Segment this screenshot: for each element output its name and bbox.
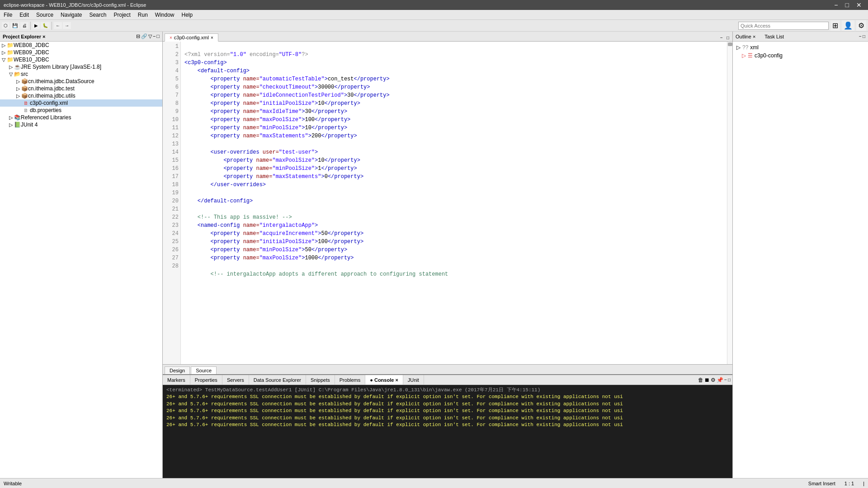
terminate-icon[interactable]: ⏹ — [704, 377, 710, 383]
tree-item-jre[interactable]: ▷ ☕ JRE System Library [JavaSE-1.8] — [0, 63, 162, 70]
project-explorer-icons: ⊟ 🔗 ▽ − □ — [136, 33, 160, 39]
file-icon-dbprops: 🗎 — [24, 108, 28, 113]
maximize-button[interactable]: □ — [843, 1, 852, 9]
main-content: Project Explorer × ⊟ 🔗 ▽ − □ ▷ 📁 WEB08_J… — [0, 32, 868, 478]
menu-bar: File Edit Source Navigate Search Project… — [0, 10, 868, 20]
tree-item-c3p0[interactable]: 🗎 c3p0-config.xml — [0, 99, 162, 107]
console-panel: Markers Properties Servers Data Source E… — [163, 374, 732, 478]
menu-file[interactable]: File — [0, 10, 16, 19]
outline-minimize-icon[interactable]: − — [859, 34, 862, 39]
pkg3-icon: 📦 — [21, 93, 28, 99]
tree-item-reflib[interactable]: ▷ 📚 Referenced Libraries — [0, 114, 162, 121]
tree-item-junit[interactable]: ▷ 📗 JUnit 4 — [0, 121, 162, 128]
outline-item-c3p0config[interactable]: ▷ ☰ c3p0-config — [735, 52, 866, 60]
bottom-tabs: Design Source — [163, 364, 732, 374]
save-button[interactable]: 💾 — [10, 22, 19, 29]
outline-maximize-icon[interactable]: □ — [863, 34, 865, 39]
pin-console-icon[interactable]: 📌 — [717, 377, 723, 383]
source-tab[interactable]: Source — [191, 366, 217, 374]
forward-button[interactable]: → — [63, 22, 71, 29]
tree-label-pkg1: cn.itheima.jdbc.DataSource — [28, 78, 94, 84]
project-icon-web08: 📁 — [7, 42, 14, 48]
console-tab-markers[interactable]: Markers — [163, 375, 190, 385]
menu-window[interactable]: Window — [151, 10, 178, 19]
clear-console-icon[interactable]: 🗑 — [698, 377, 703, 383]
toolbar: ⬡ 💾 🖨 ▶ 🐛 ← → Quick Access ⊞ 👤 ⚙ — [0, 20, 868, 32]
expand-icon-web09: ▷ — [2, 50, 5, 56]
tree-item-pkg2[interactable]: ▷ 📦 cn.itheima.jdbc.test — [0, 85, 162, 92]
console-settings-icon[interactable]: ⚙ — [711, 377, 716, 383]
close-button[interactable]: ✕ — [854, 1, 864, 9]
minimize-console-icon[interactable]: − — [724, 377, 727, 382]
console-tab-datasource[interactable]: Data Source Explorer — [249, 375, 306, 385]
minimize-button[interactable]: − — [831, 1, 840, 9]
editor-scrollbar[interactable] — [727, 42, 732, 364]
menu-project[interactable]: Project — [110, 10, 134, 19]
window-title: eclipse-workspace - WEB10_JDBC/src/c3p0-… — [4, 2, 146, 8]
console-tab-properties[interactable]: Properties — [190, 375, 222, 385]
status-insert-mode: Smart Insert — [808, 481, 835, 486]
console-tab-console[interactable]: ● Console × — [365, 375, 403, 385]
editor-minimize-icon[interactable]: − — [719, 35, 724, 40]
console-toolbar-icons: 🗑 ⏹ ⚙ 📌 − □ — [698, 377, 732, 383]
expand-icon-reflib: ▷ — [9, 115, 13, 121]
print-button[interactable]: 🖨 — [20, 22, 28, 29]
new-button[interactable]: ⬡ — [2, 22, 9, 29]
console-tab-junit[interactable]: JUnit — [403, 375, 424, 385]
run-button[interactable]: ▶ — [33, 22, 40, 29]
console-warning-2: 26+ and 5.7.6+ requirements SSL connecti… — [166, 401, 729, 408]
design-tab[interactable]: Design — [165, 366, 190, 374]
jre-icon: ☕ — [14, 64, 21, 70]
tree-item-src[interactable]: ▽ 📂 src — [0, 70, 162, 78]
tree-item-dbprops[interactable]: 🗎 db.properties — [0, 107, 162, 114]
console-tab-servers[interactable]: Servers — [222, 375, 249, 385]
debug-button[interactable]: 🐛 — [41, 22, 50, 29]
back-button[interactable]: ← — [54, 22, 62, 29]
tree-item-web10[interactable]: ▽ 📁 WEB10_JDBC — [0, 56, 162, 63]
pkg1-icon: 📦 — [21, 78, 28, 84]
open-perspective-button[interactable]: 👤 — [842, 20, 854, 31]
editor-tab-c3p0[interactable]: × c3p0-config.xml × — [165, 33, 218, 42]
console-tab-snippets[interactable]: Snippets — [306, 375, 335, 385]
outline-xml-icon: ?? — [742, 44, 748, 51]
project-explorer-header: Project Explorer × ⊟ 🔗 ▽ − □ — [0, 32, 162, 42]
reflib-icon: 📚 — [14, 114, 21, 121]
menu-source[interactable]: Source — [33, 10, 57, 19]
menu-run[interactable]: Run — [134, 10, 151, 19]
console-warning-3: 26+ and 5.7.6+ requirements SSL connecti… — [166, 408, 729, 414]
minimize-view-icon[interactable]: − — [153, 33, 156, 39]
project-tree: ▷ 📁 WEB08_JDBC ▷ 📁 WEB09_JDBC ▽ 📁 WEB10_… — [0, 42, 162, 478]
outline-expand-xml: ▷ — [736, 44, 741, 51]
status-extra: | — [863, 481, 864, 486]
menu-help[interactable]: Help — [178, 10, 197, 19]
editor-console-area: × c3p0-config.xml × − □ 12345 678910 111… — [163, 32, 732, 478]
perspectives-button[interactable]: ⊞ — [830, 20, 840, 31]
tree-item-pkg1[interactable]: ▷ 📦 cn.itheima.jdbc.DataSource — [0, 78, 162, 85]
menu-navigate[interactable]: Navigate — [57, 10, 85, 19]
tree-item-pkg3[interactable]: ▷ 📦 cn.itheima.jdbc.utils — [0, 92, 162, 99]
project-icon-web10: 📁 — [7, 56, 14, 63]
console-warning-4: 26+ and 5.7.6+ requirements SSL connecti… — [166, 415, 729, 422]
console-tab-problems[interactable]: Problems — [335, 375, 365, 385]
outline-item-xml[interactable]: ▷ ?? xml — [735, 43, 866, 52]
console-output: <terminated> TestMyDataSource.testAddUse… — [163, 385, 732, 478]
view-menu-icon[interactable]: ▽ — [148, 33, 152, 39]
maximize-console-icon[interactable]: □ — [728, 377, 731, 382]
tree-label-junit: JUnit 4 — [21, 122, 38, 128]
editor-content: 12345 678910 1112131415 1617181920 21222… — [163, 42, 732, 364]
link-editor-icon[interactable]: 🔗 — [141, 33, 147, 39]
collapse-all-icon[interactable]: ⊟ — [136, 33, 140, 39]
maximize-view-icon[interactable]: □ — [156, 33, 160, 39]
tree-item-web09[interactable]: ▷ 📁 WEB09_JDBC — [0, 49, 162, 56]
editor-maximize-icon[interactable]: □ — [725, 35, 731, 40]
pkg2-icon: 📦 — [21, 85, 28, 92]
menu-edit[interactable]: Edit — [16, 10, 33, 19]
src-icon: 📂 — [14, 71, 21, 77]
tab-close-icon[interactable]: × — [211, 35, 213, 40]
code-editor[interactable]: <?xml version="1.0" encoding="UTF-8"?> <… — [181, 42, 727, 364]
quick-access-input[interactable] — [738, 22, 829, 30]
menu-search[interactable]: Search — [85, 10, 110, 19]
status-writable: Writable — [4, 481, 22, 486]
tree-item-web08[interactable]: ▷ 📁 WEB08_JDBC — [0, 42, 162, 49]
settings-button[interactable]: ⚙ — [856, 20, 866, 31]
